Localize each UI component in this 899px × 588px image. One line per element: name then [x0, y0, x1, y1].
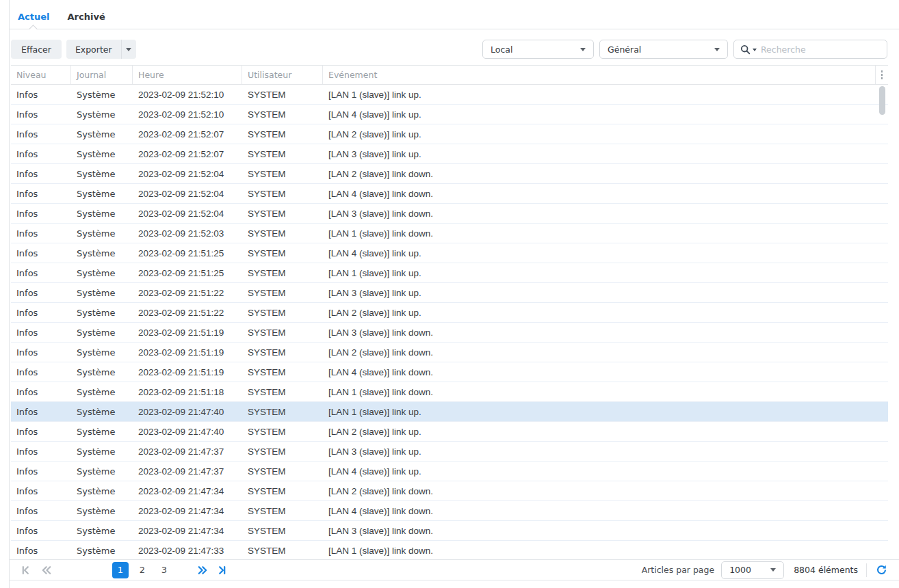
table-row[interactable]: Infos Système 2023-02-09 21:51:19 SYSTEM…: [11, 362, 888, 382]
cell-heure: 2023-02-09 21:51:22: [133, 308, 242, 318]
footer-right-group: Articles par page 1000 8804 éléments: [642, 561, 899, 579]
table-row[interactable]: Infos Système 2023-02-09 21:47:40 SYSTEM…: [11, 422, 888, 442]
cell-niveau: Infos: [11, 90, 71, 100]
search-input[interactable]: [761, 44, 881, 55]
page-number-list: 1 2 3: [112, 562, 172, 578]
table-row[interactable]: Infos Système 2023-02-09 21:52:07 SYSTEM…: [11, 144, 888, 164]
log-table: Niveau Journal Heure Utilisateur Evéneme…: [11, 65, 888, 559]
cell-niveau: Infos: [11, 248, 71, 258]
cell-niveau: Infos: [11, 129, 71, 139]
tab-actuel[interactable]: Actuel: [18, 12, 50, 29]
cell-niveau: Infos: [11, 506, 71, 516]
cell-journal: Système: [71, 209, 133, 219]
cell-journal: Système: [71, 486, 133, 496]
table-body: Infos Système 2023-02-09 21:52:10 SYSTEM…: [11, 85, 888, 559]
previous-page-button[interactable]: [41, 565, 52, 576]
last-page-icon: [216, 565, 227, 576]
cell-niveau: Infos: [11, 209, 71, 219]
tab-archive[interactable]: Archivé: [68, 12, 105, 29]
pagination-bar: 1 2 3 Articles par page 1000 8804 élémen…: [10, 559, 899, 580]
cell-evenement: [LAN 2 (slave)] link down.: [323, 347, 888, 358]
page-button-3[interactable]: 3: [156, 562, 172, 578]
table-row[interactable]: Infos Système 2023-02-09 21:52:10 SYSTEM…: [11, 105, 888, 124]
table-row[interactable]: Infos Système 2023-02-09 21:51:18 SYSTEM…: [11, 382, 888, 402]
cell-niveau: Infos: [11, 109, 71, 120]
export-menu-button[interactable]: [121, 40, 136, 59]
table-row[interactable]: Infos Système 2023-02-09 21:52:10 SYSTEM…: [11, 85, 888, 105]
column-header-niveau[interactable]: Niveau: [11, 66, 71, 84]
cell-journal: Système: [71, 367, 133, 377]
table-row[interactable]: Infos Système 2023-02-09 21:51:25 SYSTEM…: [11, 263, 888, 283]
column-header-utilisateur[interactable]: Utilisateur: [242, 66, 323, 84]
export-button[interactable]: Exporter: [66, 40, 121, 59]
page-button-1[interactable]: 1: [112, 562, 129, 578]
table-row[interactable]: Infos Système 2023-02-09 21:51:22 SYSTEM…: [11, 283, 888, 303]
column-header-heure[interactable]: Heure: [133, 66, 242, 84]
table-row[interactable]: Infos Système 2023-02-09 21:47:37 SYSTEM…: [11, 462, 888, 481]
cell-journal: Système: [71, 308, 133, 318]
category-select[interactable]: Général: [599, 40, 728, 59]
column-header-journal[interactable]: Journal: [71, 66, 133, 84]
table-row[interactable]: Infos Système 2023-02-09 21:51:19 SYSTEM…: [11, 323, 888, 343]
cell-niveau: Infos: [11, 407, 71, 417]
cell-utilisateur: SYSTEM: [242, 466, 323, 477]
table-row[interactable]: Infos Système 2023-02-09 21:51:22 SYSTEM…: [11, 303, 888, 323]
table-row[interactable]: Infos Système 2023-02-09 21:52:03 SYSTEM…: [11, 224, 888, 243]
table-row[interactable]: Infos Système 2023-02-09 21:51:19 SYSTEM…: [11, 343, 888, 362]
cell-journal: Système: [71, 328, 133, 338]
cell-heure: 2023-02-09 21:47:34: [133, 506, 242, 516]
cell-heure: 2023-02-09 21:47:40: [133, 427, 242, 437]
table-row[interactable]: Infos Système 2023-02-09 21:47:37 SYSTEM…: [11, 442, 888, 462]
select-caret-icon: [714, 48, 720, 51]
table-row[interactable]: Infos Système 2023-02-09 21:52:07 SYSTEM…: [11, 124, 888, 144]
table-row[interactable]: Infos Système 2023-02-09 21:47:40 SYSTEM…: [11, 402, 888, 422]
per-page-select[interactable]: 1000: [721, 561, 784, 579]
cell-utilisateur: SYSTEM: [242, 407, 323, 417]
clear-button[interactable]: Effacer: [11, 40, 62, 59]
cell-heure: 2023-02-09 21:47:37: [133, 466, 242, 477]
cell-evenement: [LAN 3 (slave)] link up.: [323, 149, 888, 159]
cell-niveau: Infos: [11, 387, 71, 397]
column-header-evenement[interactable]: Evénement: [323, 66, 876, 84]
window-left-border: [9, 0, 10, 588]
cell-niveau: Infos: [11, 328, 71, 338]
table-row[interactable]: Infos Système 2023-02-09 21:47:33 SYSTEM…: [11, 541, 888, 559]
cell-niveau: Infos: [11, 268, 71, 278]
cell-journal: Système: [71, 189, 133, 199]
table-row[interactable]: Infos Système 2023-02-09 21:51:25 SYSTEM…: [11, 243, 888, 263]
cell-journal: Système: [71, 129, 133, 139]
first-page-button[interactable]: [21, 565, 31, 576]
cell-heure: 2023-02-09 21:52:03: [133, 228, 242, 239]
next-page-button[interactable]: [197, 565, 208, 576]
table-row[interactable]: Infos Système 2023-02-09 21:47:34 SYSTEM…: [11, 521, 888, 541]
cell-utilisateur: SYSTEM: [242, 526, 323, 536]
cell-evenement: [LAN 4 (slave)] link up.: [323, 109, 888, 120]
table-row[interactable]: Infos Système 2023-02-09 21:52:04 SYSTEM…: [11, 204, 888, 224]
table-row[interactable]: Infos Système 2023-02-09 21:52:04 SYSTEM…: [11, 164, 888, 184]
cell-journal: Système: [71, 248, 133, 258]
cell-evenement: [LAN 2 (slave)] link up.: [323, 129, 888, 139]
cell-heure: 2023-02-09 21:51:19: [133, 367, 242, 377]
column-options-button[interactable]: [876, 66, 888, 84]
cell-niveau: Infos: [11, 347, 71, 358]
cell-heure: 2023-02-09 21:52:10: [133, 90, 242, 100]
cell-utilisateur: SYSTEM: [242, 129, 323, 139]
cell-niveau: Infos: [11, 228, 71, 239]
source-select[interactable]: Local: [482, 40, 594, 59]
cell-evenement: [LAN 4 (slave)] link down.: [323, 367, 888, 377]
page-button-2[interactable]: 2: [134, 562, 151, 578]
cell-journal: Système: [71, 506, 133, 516]
refresh-button[interactable]: [875, 564, 887, 576]
last-page-button[interactable]: [216, 565, 227, 576]
cell-niveau: Infos: [11, 189, 71, 199]
table-row[interactable]: Infos Système 2023-02-09 21:52:04 SYSTEM…: [11, 184, 888, 204]
table-row[interactable]: Infos Système 2023-02-09 21:47:34 SYSTEM…: [11, 501, 888, 521]
table-row[interactable]: Infos Système 2023-02-09 21:47:34 SYSTEM…: [11, 481, 888, 501]
cell-utilisateur: SYSTEM: [242, 90, 323, 100]
cell-niveau: Infos: [11, 486, 71, 496]
cell-heure: 2023-02-09 21:52:10: [133, 109, 242, 120]
cell-evenement: [LAN 1 (slave)] link down.: [323, 228, 888, 239]
vertical-scrollbar-thumb[interactable]: [879, 86, 885, 115]
cell-evenement: [LAN 2 (slave)] link down.: [323, 486, 888, 496]
search-box[interactable]: [733, 40, 887, 59]
